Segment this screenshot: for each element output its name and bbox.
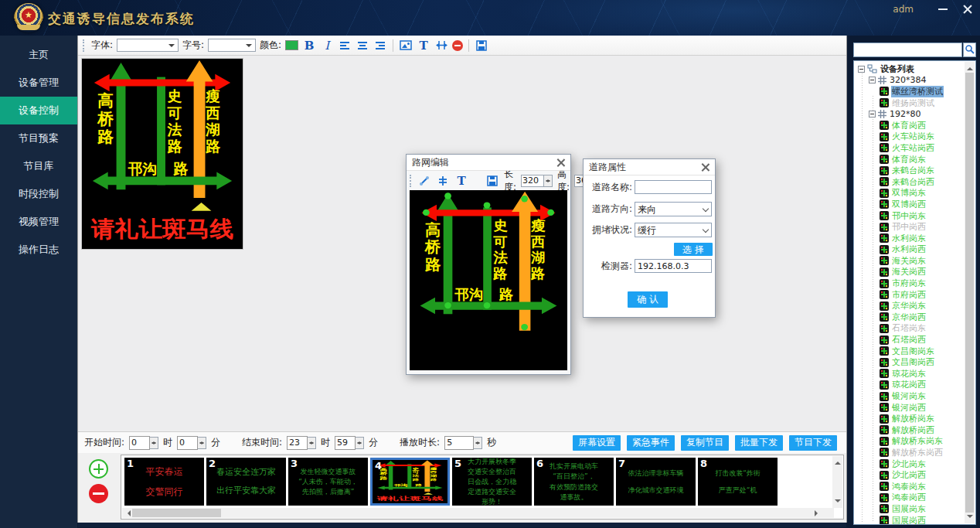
tree-device-沙北岗西[interactable]: 沙北岗西 (856, 469, 965, 481)
tree-device-螺丝湾桥测试[interactable]: 螺丝湾桥测试 (856, 86, 965, 97)
tree-device-解放桥岗东[interactable]: 解放桥岗东 (856, 413, 965, 424)
playlist-vertical-scrollbar[interactable] (832, 456, 842, 508)
color-swatch[interactable] (285, 40, 298, 50)
add-program-button[interactable] (89, 459, 108, 479)
remove-program-button[interactable] (89, 484, 108, 503)
length-input[interactable] (521, 175, 544, 187)
playlist-item-5[interactable]: 大力开展秋冬季交通安全整治百日会战，全力稳定道路交通安全形势！5 (452, 458, 532, 506)
tree-device-文昌阁岗西[interactable]: 文昌阁岗西 (856, 356, 965, 368)
collapse-icon[interactable] (858, 66, 865, 73)
action-button-4[interactable]: 批量下发 (735, 435, 783, 451)
spinner-arrows[interactable] (198, 437, 206, 449)
tree-device-体育岗西[interactable]: 体育岗西 (856, 120, 965, 131)
scrollbar-thumb[interactable] (132, 509, 221, 517)
tree-device-京华岗西[interactable]: 京华岗西 (856, 312, 965, 323)
start-minute-input[interactable] (177, 436, 198, 450)
duration-input[interactable] (444, 436, 474, 450)
tree-device-石塔岗西[interactable]: 石塔岗西 (856, 334, 965, 346)
playlist-item-1[interactable]: 平安春运交警同行1 (124, 458, 204, 506)
tree-device-解放桥东岗东[interactable]: 解放桥东岗东 (856, 436, 965, 448)
end-hour-input[interactable] (287, 436, 308, 450)
action-button-1[interactable]: 屏幕设置 (573, 435, 621, 451)
text-tool-button[interactable]: T (454, 174, 468, 188)
tree-device-体育岗东[interactable]: 体育岗东 (856, 154, 965, 165)
tree-device-市府岗西[interactable]: 市府岗西 (856, 289, 965, 301)
playlist-item-7[interactable]: 依法治理非标车辆净化城市交通环境7 (616, 458, 696, 506)
align-left-icon[interactable] (338, 39, 352, 53)
sidebar-item-1[interactable]: 主页 (0, 41, 77, 69)
align-center-icon[interactable] (356, 39, 369, 53)
bold-button[interactable]: B (302, 39, 316, 53)
tree-device-石塔岗东[interactable]: 石塔岗东 (856, 323, 965, 335)
scroll-right-icon[interactable] (815, 510, 821, 516)
tree-device-银河岗西[interactable]: 银河岗西 (856, 402, 965, 414)
road-direction-select[interactable]: 来向 (635, 202, 712, 216)
road-network-icon[interactable] (434, 39, 448, 53)
tree-group-192*80[interactable]: 192*80 (856, 108, 965, 120)
sidebar-item-3[interactable]: 设备控制 (0, 97, 77, 124)
playlist-item-4[interactable]: 高桥路史可法路瘦西湖路邗沟路请礼让斑马线4 (370, 458, 450, 506)
save-icon[interactable] (475, 39, 488, 53)
tree-device-海关岗西[interactable]: 海关岗西 (856, 267, 965, 278)
tree-device-文昌阁岗东[interactable]: 文昌阁岗东 (856, 346, 965, 357)
detector-input[interactable] (635, 259, 712, 273)
sidebar-item-4[interactable]: 节目预案 (0, 124, 77, 152)
congestion-select[interactable]: 缓行 (635, 223, 712, 237)
spinner-arrows[interactable] (356, 437, 364, 449)
select-detector-button[interactable]: 选 择 (674, 243, 713, 256)
tree-device-银河岗东[interactable]: 银河岗东 (856, 390, 965, 402)
tree-device-解放桥东岗西[interactable]: 解放桥东岗西 (856, 447, 965, 458)
text-tool-button[interactable]: T (417, 39, 430, 53)
close-icon[interactable] (556, 158, 566, 168)
playlist-item-8[interactable]: 打击改装“炸街严查严处“机8 (698, 458, 778, 506)
sidebar-item-8[interactable]: 操作日志 (0, 236, 77, 264)
tree-scrollbar[interactable] (965, 62, 975, 523)
editor-canvas[interactable]: 高桥路史可法路瘦西湖路邗沟路请礼让斑马线 路网编辑 T 长度: (78, 56, 846, 431)
tree-device-邗中岗东[interactable]: 邗中岗东 (856, 210, 965, 222)
align-right-icon[interactable] (373, 39, 387, 53)
action-button-2[interactable]: 紧急事件 (627, 435, 675, 451)
tree-device-鸿泰岗东[interactable]: 鸿泰岗东 (856, 481, 965, 492)
tree-device-维扬岗测试[interactable]: 维扬岗测试 (856, 97, 965, 109)
scroll-left-icon[interactable] (124, 510, 131, 516)
tree-device-琼花岗西[interactable]: 琼花岗西 (856, 380, 965, 391)
tree-device-海关岗东[interactable]: 海关岗东 (856, 255, 965, 267)
scrollbar-thumb[interactable] (965, 73, 974, 513)
collapse-icon[interactable] (869, 111, 876, 118)
tree-device-邗中岗西[interactable]: 邗中岗西 (856, 221, 965, 233)
tree-device-双博岗东[interactable]: 双博岗东 (856, 188, 965, 199)
spinner-arrows[interactable] (150, 437, 158, 449)
scroll-up-icon[interactable] (835, 458, 841, 465)
tree-device-双博岗西[interactable]: 双博岗西 (856, 199, 965, 210)
road-name-input[interactable] (635, 180, 712, 194)
tree-device-水利岗东[interactable]: 水利岗东 (856, 233, 965, 244)
tree-root[interactable]: 设备列表 (856, 63, 965, 75)
scroll-down-icon[interactable] (967, 515, 973, 521)
playlist-item-6[interactable]: 扎实开展电动车“百日整治”，有效预防道路交通事故。6 (534, 458, 614, 506)
confirm-button[interactable]: 确 认 (628, 291, 668, 308)
minimize-button[interactable] (937, 3, 949, 15)
tree-device-国展岗东[interactable]: 国展岗东 (856, 503, 965, 515)
scroll-up-icon[interactable] (967, 64, 973, 70)
action-button-5[interactable]: 节目下发 (789, 435, 837, 451)
tree-device-火车站岗东[interactable]: 火车站岗东 (856, 131, 965, 143)
tree-device-鸿泰岗西[interactable]: 鸿泰岗西 (856, 492, 965, 504)
italic-button[interactable]: I (320, 39, 334, 53)
save-icon[interactable] (485, 174, 499, 188)
add-road-icon[interactable] (436, 174, 450, 188)
action-button-3[interactable]: 复制节目 (681, 435, 729, 451)
playlist-item-2[interactable]: 春运安全连万家出行平安靠大家2 (206, 458, 286, 506)
collapse-icon[interactable] (869, 77, 876, 83)
sidebar-item-5[interactable]: 节目库 (0, 152, 77, 180)
spinner-arrows[interactable] (474, 437, 482, 449)
spinner-arrows[interactable] (544, 175, 553, 187)
end-minute-input[interactable] (335, 436, 356, 450)
sign-preview[interactable]: 高桥路史可法路瘦西湖路邗沟路请礼让斑马线 (81, 58, 243, 250)
insert-image-icon[interactable] (399, 39, 413, 53)
search-button[interactable] (963, 43, 976, 57)
tree-device-京华岗东[interactable]: 京华岗东 (856, 300, 965, 312)
playlist-item-3[interactable]: 发生轻微交通事故“人未伤，车能动，先拍照，后撤离”3 (288, 458, 368, 506)
tree-device-火车站岗西[interactable]: 火车站岗西 (856, 142, 965, 154)
font-size-select[interactable] (208, 39, 256, 52)
tree-device-来鹤台岗东[interactable]: 来鹤台岗东 (856, 165, 965, 176)
